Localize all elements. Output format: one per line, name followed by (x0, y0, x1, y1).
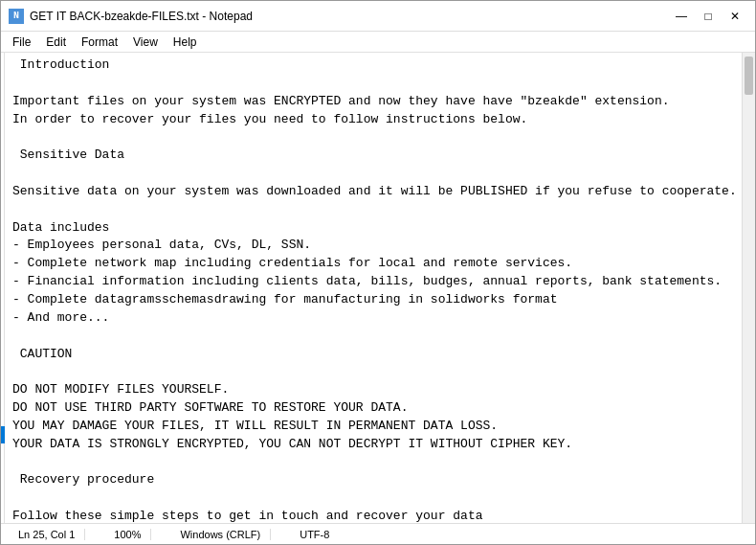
vertical-scrollbar[interactable] (742, 53, 755, 523)
zoom-level: 100% (104, 529, 151, 540)
notepad-window: N GET IT BACK-bzeakde-FILES.txt - Notepa… (0, 0, 756, 545)
menu-format[interactable]: Format (74, 34, 125, 51)
menu-edit[interactable]: Edit (38, 34, 74, 51)
content-wrapper: Introduction Important files on your sys… (5, 53, 742, 523)
cursor-position: Ln 25, Col 1 (9, 529, 85, 540)
title-bar: N GET IT BACK-bzeakde-FILES.txt - Notepa… (1, 1, 755, 32)
line-ending: Windows (CRLF) (170, 529, 271, 540)
content-area: Introduction Important files on your sys… (1, 53, 755, 523)
menu-bar: File Edit Format View Help (1, 32, 755, 53)
window-title: GET IT BACK-bzeakde-FILES.txt - Notepad (30, 10, 253, 23)
encoding: UTF-8 (290, 529, 339, 540)
window-controls: — □ ✕ (669, 7, 747, 26)
title-bar-left: N GET IT BACK-bzeakde-FILES.txt - Notepa… (9, 9, 253, 24)
text-content[interactable]: Introduction Important files on your sys… (5, 53, 742, 523)
menu-file[interactable]: File (5, 34, 38, 51)
status-bar: Ln 25, Col 1 100% Windows (CRLF) UTF-8 (1, 523, 755, 544)
menu-view[interactable]: View (125, 34, 166, 51)
close-button[interactable]: ✕ (723, 7, 747, 26)
scrollbar-thumb[interactable] (745, 57, 753, 95)
maximize-button[interactable]: □ (696, 7, 721, 26)
minimize-button[interactable]: — (669, 7, 694, 26)
menu-help[interactable]: Help (166, 34, 205, 51)
app-icon: N (9, 9, 24, 24)
